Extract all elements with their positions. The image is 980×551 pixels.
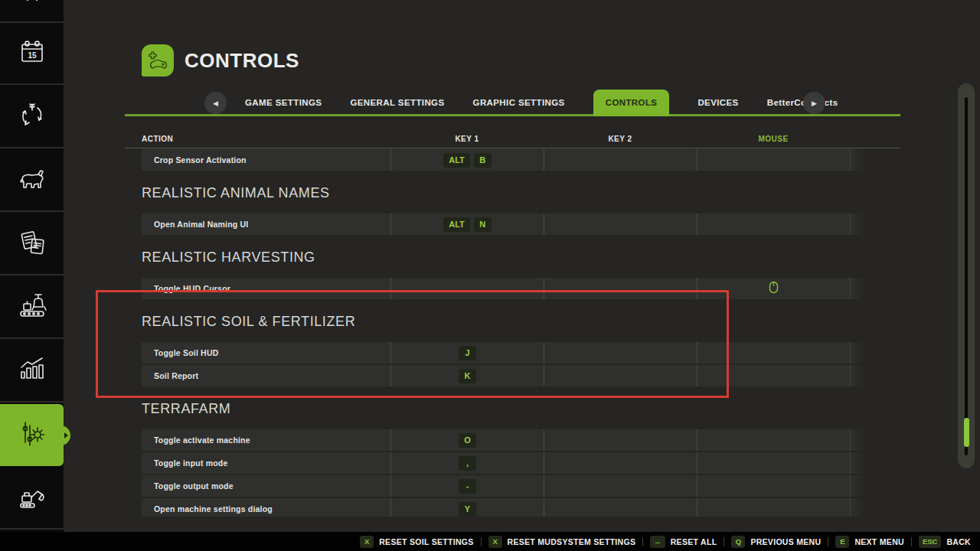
keybind-row[interactable]: Toggle input mode, — [142, 452, 900, 474]
tabs-prev-arrow-icon[interactable]: ◀ — [204, 92, 227, 114]
column-header-action: ACTION — [142, 135, 390, 143]
calendar-icon: 15 — [16, 36, 48, 71]
bottom-action-bar: XRESET SOIL SETTINGSXRESET MUDSYSTEM SET… — [0, 532, 980, 551]
key-badge[interactable]: - — [459, 479, 476, 494]
key-badge: E — [835, 536, 849, 548]
section-title: REALISTIC HARVESTING — [142, 236, 900, 278]
sidebar-item-map[interactable] — [0, 0, 64, 23]
key-badge: Q — [731, 536, 745, 548]
column-header-mouse: MOUSE — [697, 135, 850, 143]
action-label: Toggle Soil HUD — [154, 348, 218, 357]
section-title: REALISTIC ANIMAL NAMES — [142, 172, 900, 214]
key-badge[interactable]: Y — [459, 502, 476, 517]
keybind-row[interactable]: Toggle activate machineO — [142, 429, 900, 451]
action-label: Toggle output mode — [154, 481, 234, 491]
bottom-action-label: RESET ALL — [671, 537, 717, 546]
key-badge[interactable]: K — [459, 369, 476, 383]
table-header-separator — [125, 148, 900, 148]
key-badge: X — [488, 536, 502, 548]
sidebar-item-production[interactable] — [0, 277, 64, 339]
keybind-list: Crop Sensor ActivationALTBREALISTIC ANIM… — [142, 149, 900, 517]
key-badge[interactable]: , — [459, 456, 476, 471]
bottom-action-label: RESET SOIL SETTINGS — [379, 537, 473, 546]
sidebar-item-calendar[interactable]: 15 — [0, 23, 64, 85]
key-badge: ESC — [919, 536, 942, 548]
bottom-bar-separator — [724, 537, 724, 546]
section-title: REALISTIC SOIL & FERTILIZER — [142, 301, 900, 342]
mouse-icon — [769, 281, 779, 297]
table-header: ACTION KEY 1 KEY 2 MOUSE — [142, 129, 865, 148]
action-label: Open machine settings dialog — [154, 504, 273, 514]
sidebar-item-contracts[interactable] — [0, 214, 64, 276]
key-badge: X — [360, 536, 374, 548]
sidebar-item-settings[interactable] — [0, 404, 64, 466]
tab-general-settings[interactable]: GENERAL SETTINGS — [350, 98, 444, 107]
sidebar-item-construction[interactable] — [0, 468, 64, 530]
controls-page-icon — [142, 44, 174, 77]
settings-icon — [15, 416, 50, 455]
gamepad-icon — [145, 48, 170, 73]
key-badge[interactable]: O — [459, 433, 476, 448]
tab-controls[interactable]: CONTROLS — [593, 90, 670, 116]
action-label: Toggle input mode — [154, 458, 228, 468]
key-badge[interactable]: ALT — [443, 217, 470, 232]
key-badge: ↔ — [650, 536, 665, 548]
tabs-next-arrow-icon[interactable]: ▶ — [803, 92, 825, 114]
key-badge[interactable]: J — [459, 346, 476, 360]
bottom-bar-separator — [911, 537, 912, 546]
sidebar-item-statistics[interactable] — [0, 341, 64, 403]
column-header-key1: KEY 1 — [390, 135, 544, 143]
bottom-action-label: NEXT MENU — [854, 537, 904, 546]
action-label: Crop Sensor Activation — [154, 155, 247, 165]
keybind-row[interactable]: Soil ReportK — [142, 365, 900, 386]
keybind-row[interactable]: Open Animal Naming UIALTN — [142, 214, 900, 235]
tab-devices[interactable]: DEVICES — [697, 98, 738, 107]
animals-icon — [15, 162, 49, 199]
action-label: Open Animal Naming UI — [154, 220, 248, 229]
keybind-row[interactable]: Crop Sensor ActivationALTB — [142, 149, 900, 171]
bottom-bar-separator — [642, 537, 643, 546]
tabbar: ◀ GAME SETTINGSGENERAL SETTINGSGRAPHIC S… — [125, 89, 900, 116]
production-icon — [15, 289, 50, 327]
map-icon — [17, 0, 47, 8]
statistics-icon — [15, 352, 50, 390]
sidebar-item-crop-rotation[interactable] — [0, 86, 64, 148]
column-header-key2: KEY 2 — [544, 135, 697, 143]
construction-icon — [15, 479, 50, 517]
action-label: Soil Report — [154, 371, 198, 380]
sidebar-item-animals[interactable] — [0, 150, 64, 212]
key-badge[interactable]: ALT — [443, 153, 470, 168]
scrollbar[interactable] — [958, 83, 975, 468]
key-badge[interactable]: N — [474, 217, 492, 232]
tab-graphic-settings[interactable]: GRAPHIC SETTINGS — [473, 98, 565, 107]
section-title: TERRAFARM — [142, 388, 900, 429]
contracts-icon — [15, 226, 49, 262]
bottom-action-reset-all[interactable]: ↔RESET ALL — [650, 536, 717, 548]
bottom-action-previous-menu[interactable]: QPREVIOUS MENU — [731, 536, 821, 548]
bottom-action-next-menu[interactable]: ENEXT MENU — [835, 536, 904, 548]
key-badge[interactable]: B — [474, 153, 492, 168]
sidebar: 15 — [0, 0, 64, 532]
scrollbar-track[interactable] — [965, 97, 968, 455]
bottom-bar-separator — [481, 537, 482, 546]
action-label: Toggle activate machine — [154, 435, 250, 445]
action-label: Toggle HUD Cursor — [154, 284, 230, 293]
keybind-row[interactable]: Toggle HUD Cursor — [142, 278, 900, 299]
bottom-action-reset-soil-settings[interactable]: XRESET SOIL SETTINGS — [360, 536, 473, 548]
tab-game-settings[interactable]: GAME SETTINGS — [245, 98, 322, 107]
bottom-action-reset-mudsystem-settings[interactable]: XRESET MUDSYSTEM SETTINGS — [488, 536, 636, 548]
svg-text:15: 15 — [28, 51, 37, 60]
bottom-action-label: RESET MUDSYSTEM SETTINGS — [508, 537, 636, 546]
scrollbar-thumb[interactable] — [964, 418, 969, 447]
bottom-action-label: BACK — [946, 537, 971, 546]
crop-rotation-icon — [16, 99, 48, 135]
keybind-row[interactable]: Open machine settings dialogY — [142, 498, 900, 517]
keybind-row[interactable]: Toggle output mode- — [142, 475, 900, 497]
page-title: CONTROLS — [185, 49, 299, 73]
active-tab-notch — [58, 425, 70, 445]
bottom-bar-separator — [828, 537, 828, 546]
bottom-action-label: PREVIOUS MENU — [750, 537, 821, 546]
bottom-action-back[interactable]: ESCBACK — [919, 536, 971, 548]
keybind-row[interactable]: Toggle Soil HUDJ — [142, 342, 900, 364]
